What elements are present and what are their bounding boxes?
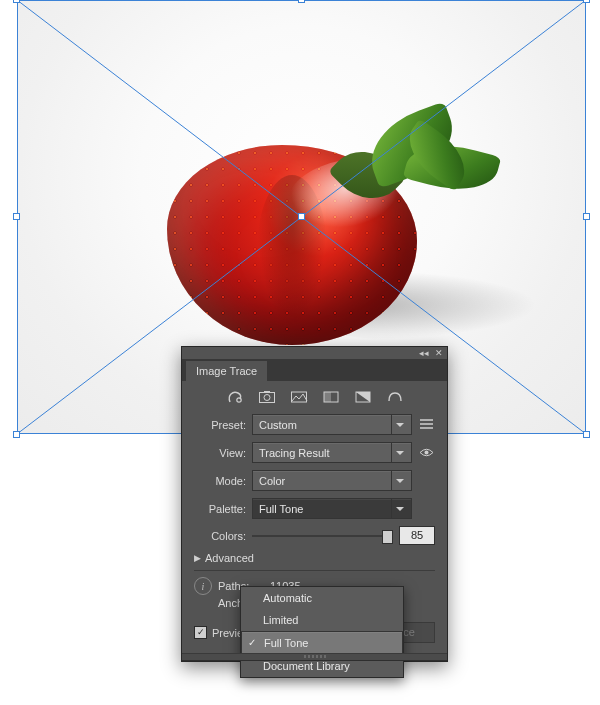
colors-label: Colors:: [194, 530, 246, 542]
handle-e[interactable]: [583, 213, 590, 220]
handle-sw[interactable]: [13, 431, 20, 438]
check-icon: ✓: [248, 637, 256, 648]
panel-tab-image-trace[interactable]: Image Trace: [186, 361, 267, 381]
handle-se[interactable]: [583, 431, 590, 438]
palette-option-full-tone[interactable]: ✓Full Tone: [241, 631, 403, 655]
collapse-icon[interactable]: ◂◂: [419, 348, 429, 358]
palette-option-limited[interactable]: Limited: [241, 609, 403, 631]
low-fidelity-photo-icon[interactable]: [290, 390, 308, 404]
chevron-down-icon: [391, 499, 407, 518]
handle-n[interactable]: [298, 0, 305, 3]
svg-point-11: [425, 451, 429, 455]
view-dropdown[interactable]: Tracing Result: [252, 442, 412, 463]
mode-dropdown[interactable]: Color: [252, 470, 412, 491]
colors-slider[interactable]: [252, 529, 393, 543]
chevron-right-icon: ▶: [194, 553, 201, 563]
info-icon: i: [194, 577, 212, 595]
view-label: View:: [194, 447, 246, 459]
svg-point-5: [264, 395, 270, 401]
chevron-down-icon: [391, 415, 407, 434]
palette-option-automatic[interactable]: Automatic: [241, 587, 403, 609]
handle-w[interactable]: [13, 213, 20, 220]
panel-resize-grip[interactable]: [182, 653, 447, 661]
black-and-white-icon[interactable]: [354, 390, 372, 404]
view-eye-icon[interactable]: [418, 444, 435, 461]
image-trace-panel: ◂◂ ✕ Image Trace Preset: Custom View: Tr…: [181, 346, 448, 662]
chevron-down-icon: [391, 443, 407, 462]
palette-dropdown[interactable]: Full Tone: [252, 498, 412, 519]
handle-nw[interactable]: [13, 0, 20, 3]
svg-rect-6: [264, 391, 270, 393]
mode-label: Mode:: [194, 475, 246, 487]
high-fidelity-photo-icon[interactable]: [258, 390, 276, 404]
svg-rect-9: [324, 392, 331, 402]
panel-header[interactable]: ◂◂ ✕: [182, 347, 447, 359]
preset-icon-row: [182, 381, 447, 414]
auto-color-icon[interactable]: [226, 390, 244, 404]
handle-ne[interactable]: [583, 0, 590, 3]
separator: [194, 570, 435, 571]
outline-icon[interactable]: [386, 390, 404, 404]
svg-point-3: [236, 398, 240, 402]
handle-center[interactable]: [298, 213, 305, 220]
grayscale-icon[interactable]: [322, 390, 340, 404]
colors-value[interactable]: 85: [399, 526, 435, 545]
preset-label: Preset:: [194, 419, 246, 431]
checkbox-icon: ✓: [194, 626, 207, 639]
chevron-down-icon: [391, 471, 407, 490]
preset-dropdown[interactable]: Custom: [252, 414, 412, 435]
advanced-disclosure[interactable]: ▶ Advanced: [194, 552, 435, 564]
preset-menu-icon[interactable]: [418, 416, 435, 433]
palette-options-menu: Automatic Limited ✓Full Tone Document Li…: [240, 586, 404, 678]
close-icon[interactable]: ✕: [435, 348, 443, 358]
advanced-label: Advanced: [205, 552, 254, 564]
palette-label: Palette:: [194, 503, 246, 515]
slider-thumb[interactable]: [382, 530, 393, 544]
